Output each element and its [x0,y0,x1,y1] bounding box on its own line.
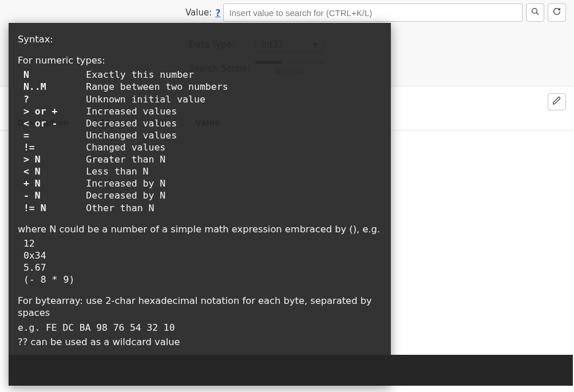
status-strip [9,355,573,386]
syntax-tooltip: Syntax: For numeric types: N Exactly thi… [9,23,391,386]
where-note: where N could be a number of a simple ma… [18,223,382,235]
pencil-icon [552,96,561,108]
refresh-icon [552,7,561,18]
bytearray-example: e.g. FE DC BA 98 76 54 32 10 [18,322,382,334]
svg-point-0 [532,9,537,14]
bytearray-line1: For bytearray: use 2-char hexadecimal no… [18,295,382,319]
numeric-heading: For numeric types: [18,54,382,66]
svg-line-1 [536,13,539,15]
value-label: Value: [185,7,212,18]
tooltip-title: Syntax: [18,33,382,45]
search-icon [531,7,540,18]
value-row: Value: ? [0,0,574,24]
numeric-syntax-block: N Exactly this number N..M Range between… [18,69,382,213]
value-input[interactable] [223,3,522,22]
examples-block: 12 0x34 5.67 (- 8 * 9) [18,237,382,286]
refresh-button[interactable] [548,3,566,22]
bytearray-wildcard: ?? can be used as a wildcard value [18,336,382,348]
edit-button[interactable] [548,93,566,110]
syntax-help-link[interactable]: ? [215,7,220,18]
search-button[interactable] [526,3,544,22]
